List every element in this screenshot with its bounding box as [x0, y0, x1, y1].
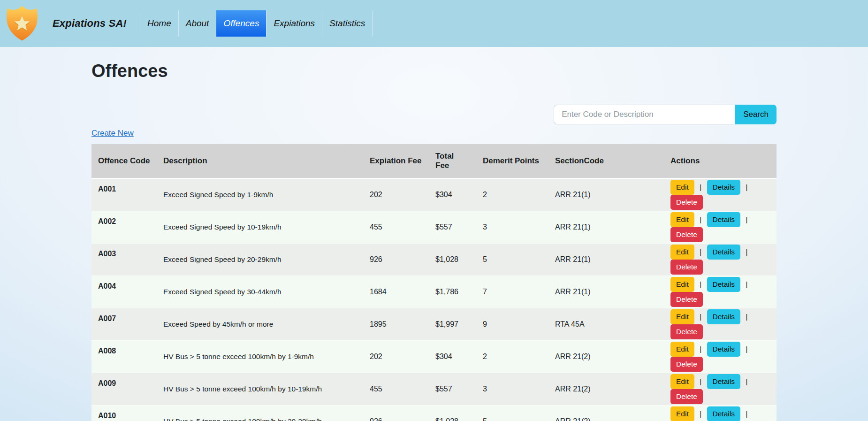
- details-button[interactable]: Details: [707, 212, 740, 227]
- edit-button[interactable]: Edit: [670, 212, 694, 227]
- action-separator: |: [746, 345, 747, 353]
- delete-button[interactable]: Delete: [670, 195, 703, 210]
- details-button[interactable]: Details: [707, 245, 740, 260]
- nav-item-about[interactable]: About: [178, 10, 216, 37]
- demerit-points-cell: 7: [476, 276, 548, 308]
- action-separator: |: [700, 410, 701, 418]
- column-header-offence-code: Offence Code: [91, 144, 157, 178]
- column-header-expiation-fee: Expiation Fee: [363, 144, 429, 178]
- table-header-row: Offence Code Description Expiation Fee T…: [91, 144, 777, 178]
- action-separator: |: [700, 345, 701, 353]
- details-button[interactable]: Details: [707, 406, 740, 421]
- section-code-cell: RTA 45A: [548, 308, 664, 340]
- offence-code-cell: A007: [91, 308, 157, 340]
- column-header-demerit-points: Demerit Points: [476, 144, 548, 178]
- edit-button[interactable]: Edit: [670, 342, 694, 357]
- offence-code-cell: A002: [91, 211, 157, 243]
- actions-cell: Edit | Details | Delete: [664, 308, 777, 340]
- nav-item-statistics[interactable]: Statistics: [322, 10, 373, 37]
- details-button[interactable]: Details: [707, 342, 740, 357]
- search-button[interactable]: Search: [735, 105, 777, 124]
- actions-cell: Edit | Details | Delete: [664, 211, 777, 243]
- delete-button[interactable]: Delete: [670, 227, 703, 242]
- delete-button[interactable]: Delete: [670, 357, 703, 372]
- brand-link[interactable]: Expiations SA!: [53, 17, 127, 30]
- edit-button[interactable]: Edit: [670, 245, 694, 260]
- action-separator: |: [700, 377, 701, 385]
- action-separator: |: [700, 313, 701, 321]
- description-cell: Exceed Signed Speed by 20-29km/h: [157, 243, 363, 276]
- details-button[interactable]: Details: [707, 309, 740, 324]
- edit-button[interactable]: Edit: [670, 406, 694, 421]
- edit-button[interactable]: Edit: [670, 180, 694, 195]
- action-separator: |: [700, 280, 701, 288]
- expiation-fee-cell: 926: [363, 243, 429, 276]
- expiation-fee-cell: 455: [363, 211, 429, 243]
- offence-code-cell: A001: [91, 178, 157, 211]
- section-code-cell: ARR 21(1): [548, 178, 664, 211]
- expiation-fee-cell: 202: [363, 178, 429, 211]
- delete-button[interactable]: Delete: [670, 292, 703, 307]
- description-cell: Exceed Signed Speed by 30-44km/h: [157, 276, 363, 308]
- table-row: A001 Exceed Signed Speed by 1-9km/h 202 …: [91, 178, 777, 211]
- action-separator: |: [746, 313, 747, 321]
- table-row: A003 Exceed Signed Speed by 20-29km/h 92…: [91, 243, 777, 276]
- column-header-actions: Actions: [664, 144, 777, 178]
- column-header-total-fee: Total Fee: [429, 144, 476, 178]
- nav-item-expiations[interactable]: Expiations: [266, 10, 322, 37]
- action-separator: |: [700, 215, 701, 223]
- demerit-points-cell: 9: [476, 308, 548, 340]
- table-row: A008 HV Bus > 5 tonne exceed 100km/h by …: [91, 340, 777, 373]
- nav-item-offences[interactable]: Offences: [216, 10, 266, 37]
- action-separator: |: [746, 248, 747, 256]
- offence-code-cell: A004: [91, 276, 157, 308]
- action-separator: |: [700, 248, 701, 256]
- offence-code-cell: A003: [91, 243, 157, 276]
- total-fee-cell: $304: [429, 340, 476, 373]
- action-separator: |: [746, 377, 747, 385]
- description-cell: HV Bus > 5 tonne exceed 100km/h by 20-29…: [157, 405, 363, 421]
- total-fee-cell: $304: [429, 178, 476, 211]
- details-button[interactable]: Details: [707, 374, 740, 389]
- expiation-fee-cell: 202: [363, 340, 429, 373]
- section-code-cell: ARR 21(2): [548, 373, 664, 405]
- actions-cell: Edit | Details | Delete: [664, 340, 777, 373]
- delete-button[interactable]: Delete: [670, 389, 703, 404]
- actions-cell: Edit | Details | Delete: [664, 405, 777, 421]
- action-separator: |: [746, 215, 747, 223]
- edit-button[interactable]: Edit: [670, 277, 694, 292]
- actions-cell: Edit | Details | Delete: [664, 178, 777, 211]
- details-button[interactable]: Details: [707, 180, 740, 195]
- description-cell: Exceed Speed by 45km/h or more: [157, 308, 363, 340]
- demerit-points-cell: 5: [476, 405, 548, 421]
- search-input[interactable]: [554, 105, 735, 124]
- total-fee-cell: $557: [429, 373, 476, 405]
- expiation-fee-cell: 1895: [363, 308, 429, 340]
- delete-button[interactable]: Delete: [670, 260, 703, 275]
- offence-code-cell: A008: [91, 340, 157, 373]
- action-separator: |: [746, 183, 747, 191]
- details-button[interactable]: Details: [707, 277, 740, 292]
- action-separator: |: [700, 183, 701, 191]
- actions-cell: Edit | Details | Delete: [664, 373, 777, 405]
- expiation-fee-cell: 455: [363, 373, 429, 405]
- total-fee-cell: $1,786: [429, 276, 476, 308]
- section-code-cell: ARR 21(1): [548, 276, 664, 308]
- page-title: Offences: [91, 61, 777, 81]
- table-row: A010 HV Bus > 5 tonne exceed 100km/h by …: [91, 405, 777, 421]
- create-new-link[interactable]: Create New: [91, 129, 134, 138]
- badge-shield-star-icon: [3, 3, 41, 44]
- actions-cell: Edit | Details | Delete: [664, 243, 777, 276]
- delete-button[interactable]: Delete: [670, 324, 703, 339]
- nav-item-home[interactable]: Home: [140, 10, 178, 37]
- edit-button[interactable]: Edit: [670, 374, 694, 389]
- table-body: A001 Exceed Signed Speed by 1-9km/h 202 …: [91, 178, 777, 421]
- description-cell: Exceed Signed Speed by 1-9km/h: [157, 178, 363, 211]
- total-fee-cell: $1,997: [429, 308, 476, 340]
- navbar: Expiations SA! Home About Offences Expia…: [0, 0, 868, 47]
- edit-button[interactable]: Edit: [670, 309, 694, 324]
- description-cell: HV Bus > 5 tonne exceed 100km/h by 10-19…: [157, 373, 363, 405]
- demerit-points-cell: 3: [476, 211, 548, 243]
- offence-code-cell: A009: [91, 373, 157, 405]
- section-code-cell: ARR 21(1): [548, 211, 664, 243]
